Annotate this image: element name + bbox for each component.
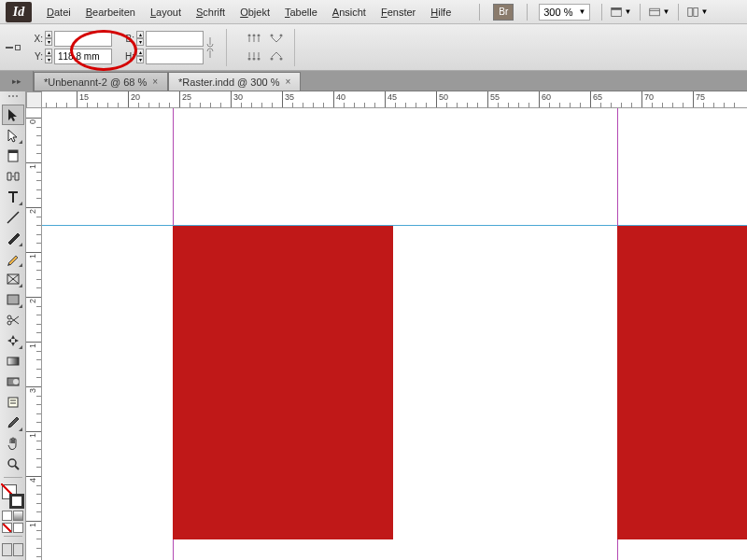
svg-point-11 [248,58,251,61]
note-tool[interactable] [2,392,24,413]
direct-selection-tool[interactable] [2,125,24,146]
stroke-swatch[interactable] [9,494,24,509]
line-tool[interactable] [2,207,24,228]
menu-datei[interactable]: Datei [39,3,78,21]
document-canvas[interactable] [42,108,747,560]
svg-line-32 [15,466,19,469]
x-input[interactable] [54,31,112,47]
tab-label: *Raster.indd @ 300 % [178,77,279,88]
w-spinner[interactable]: ▴▾ [136,31,144,46]
distribute-icon-3[interactable] [246,49,262,63]
menu-tabelle[interactable]: Tabelle [277,3,325,21]
w-input[interactable] [146,31,204,47]
free-transform-tool[interactable] [2,330,24,351]
gradient-feather-tool[interactable] [2,371,24,392]
view-mode-preview[interactable] [13,543,23,556]
svg-rect-28 [8,398,18,407]
svg-rect-2 [650,8,660,16]
svg-rect-17 [8,150,18,153]
gap-tool[interactable] [2,166,24,187]
menu-layout[interactable]: Layout [143,3,189,21]
h-label: H: [121,51,134,62]
zoom-level-dropdown[interactable]: 300 % ▼ [539,4,590,21]
zoom-tool[interactable] [2,454,24,474]
panel-grip[interactable] [3,95,23,101]
hand-tool[interactable] [2,433,24,454]
menu-fenster[interactable]: Fenster [374,3,423,21]
svg-point-31 [8,459,16,467]
apply-gradient-button[interactable] [13,511,23,521]
rectangle-object[interactable] [173,226,393,539]
y-spinner[interactable]: ▴▾ [45,49,52,63]
separator [601,4,602,21]
gradient-swatch-tool[interactable] [2,351,24,371]
x-spinner[interactable]: ▴▾ [45,31,52,46]
eyedropper-tool[interactable] [2,413,24,433]
view-mode-normal[interactable] [2,543,12,556]
separator [294,29,295,66]
control-bar: X: ▴▾ Y: ▴▾ 118,8 mm B: ▴▾ H: ▴▾ [0,24,747,71]
distribute-icon-1[interactable] [246,31,262,46]
menu-objekt[interactable]: Objekt [233,3,277,21]
svg-point-14 [271,58,274,61]
rectangle-frame-tool[interactable] [2,269,24,289]
scissors-tool[interactable] [2,310,24,330]
chevron-down-icon: ▼ [578,7,585,16]
bridge-button[interactable]: Br [493,4,514,21]
distribute-icon-4[interactable] [268,49,285,63]
menu-schrift[interactable]: Schrift [189,3,233,21]
svg-point-8 [258,35,261,37]
menu-ansicht[interactable]: Ansicht [325,3,374,21]
selection-tool[interactable] [2,105,24,125]
svg-line-18 [7,212,19,223]
ruler-origin[interactable] [26,91,42,108]
menu-hilfe[interactable]: Hilfe [423,3,458,21]
h-spinner[interactable]: ▴▾ [136,49,144,63]
svg-point-15 [280,58,283,61]
separator [479,4,480,21]
apply-color-button[interactable] [2,511,12,521]
rectangle-object[interactable] [617,226,747,539]
ref-indicator [15,45,21,50]
close-icon[interactable]: × [286,77,291,87]
ref-indicator [6,47,13,49]
y-label: Y: [30,51,43,62]
svg-point-6 [248,35,251,37]
separator [678,4,679,21]
document-tab[interactable]: *Raster.indd @ 300 %× [168,72,301,91]
screen-mode-button[interactable]: ▼ [648,4,670,21]
constrain-proportions-icon[interactable] [204,34,217,62]
formatting-button[interactable] [13,523,23,533]
ruler-horizontal[interactable]: 1015202530354045505560657075 [42,91,747,108]
pen-tool[interactable] [2,228,24,248]
separator [226,29,227,66]
type-tool[interactable] [2,187,24,207]
svg-point-24 [7,321,11,325]
tab-label: *Unbenannt-2 @ 68 % [44,77,147,88]
svg-point-12 [253,58,256,61]
pencil-tool[interactable] [2,248,24,269]
svg-point-10 [280,35,283,37]
fill-stroke-swatch[interactable] [2,484,24,509]
svg-point-13 [258,58,261,61]
arrange-documents-button[interactable]: ▼ [686,4,709,21]
menu-bearbeiten[interactable]: Bearbeiten [78,3,143,21]
h-input[interactable] [146,49,204,64]
rectangle-tool[interactable] [2,289,24,310]
svg-rect-4 [688,7,693,16]
tab-bar-arrows[interactable]: ▸▸ [0,71,34,91]
distribute-icon-2[interactable] [268,31,285,46]
close-icon[interactable]: × [152,77,158,87]
svg-rect-22 [7,295,19,304]
y-input[interactable]: 118,8 mm [54,49,112,64]
ruler-vertical[interactable]: 01212131415 [26,108,42,560]
document-tab[interactable]: *Unbenannt-2 @ 68 %× [34,72,168,91]
separator [640,4,641,21]
svg-rect-1 [612,7,622,9]
view-options-button[interactable]: ▼ [610,4,632,21]
apply-none-button[interactable] [2,523,12,533]
separator [4,477,22,478]
page-tool[interactable] [2,146,24,166]
toolbox-panel [0,91,26,560]
app-logo: Id [6,2,32,22]
